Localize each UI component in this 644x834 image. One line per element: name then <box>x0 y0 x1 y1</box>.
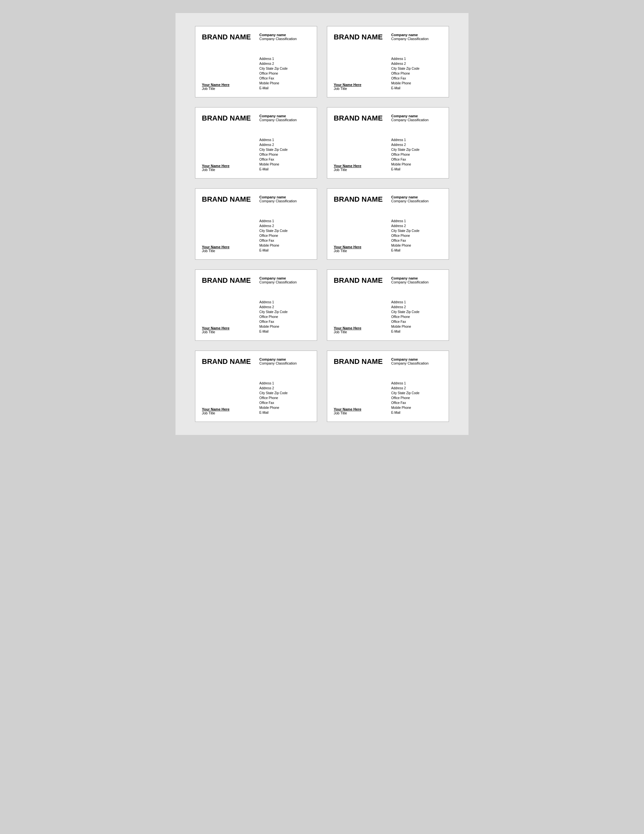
person-name: Your Name Here <box>334 326 388 330</box>
address2: Address 2 <box>260 386 311 391</box>
office-phone: Office Phone <box>391 71 442 76</box>
company-header: Company name Company Classification <box>256 114 311 122</box>
mobile-phone: Mobile Phone <box>260 162 311 167</box>
person-info: Your Name Here Job Title <box>202 157 256 172</box>
contact-info: Address 1 Address 2 City State Zip Code … <box>388 381 442 415</box>
job-title: Job Title <box>202 168 256 172</box>
office-phone: Office Phone <box>391 314 442 319</box>
mobile-phone: Mobile Phone <box>260 243 311 248</box>
address2: Address 2 <box>391 305 442 309</box>
spacer <box>334 205 442 218</box>
email: E-Mail <box>260 329 311 334</box>
business-card: BRAND NAME Company name Company Classifi… <box>195 351 317 422</box>
address2: Address 2 <box>391 223 442 228</box>
office-fax: Office Fax <box>391 319 442 324</box>
business-card: BRAND NAME Company name Company Classifi… <box>327 270 449 341</box>
city-state-zip: City State Zip Code <box>391 147 442 152</box>
spacer <box>334 368 442 381</box>
company-name: Company name <box>260 276 311 280</box>
mobile-phone: Mobile Phone <box>391 405 442 410</box>
address2: Address 2 <box>391 61 442 66</box>
person-info: Your Name Here Job Title <box>334 320 388 334</box>
office-fax: Office Fax <box>391 238 442 243</box>
office-phone: Office Phone <box>260 152 311 157</box>
company-name: Company name <box>260 357 311 361</box>
job-title: Job Title <box>334 87 388 91</box>
brand-name: BRAND NAME <box>334 195 388 205</box>
office-fax: Office Fax <box>260 319 311 324</box>
email: E-Mail <box>260 410 311 415</box>
email: E-Mail <box>260 167 311 172</box>
person-info: Your Name Here Job Title <box>334 238 388 253</box>
email: E-Mail <box>260 248 311 253</box>
mobile-phone: Mobile Phone <box>260 81 311 86</box>
person-name: Your Name Here <box>202 407 256 411</box>
person-info: Your Name Here Job Title <box>334 401 388 415</box>
mobile-phone: Mobile Phone <box>391 81 442 86</box>
city-state-zip: City State Zip Code <box>391 66 442 71</box>
brand-name: BRAND NAME <box>202 357 256 368</box>
company-header: Company name Company Classification <box>256 357 311 365</box>
address1: Address 1 <box>391 57 442 61</box>
address2: Address 2 <box>260 305 311 309</box>
city-state-zip: City State Zip Code <box>260 228 311 233</box>
office-fax: Office Fax <box>260 238 311 243</box>
job-title: Job Title <box>334 411 388 415</box>
address1: Address 1 <box>260 137 311 142</box>
company-classification: Company Classification <box>391 118 442 122</box>
email: E-Mail <box>391 248 442 253</box>
company-classification: Company Classification <box>391 199 442 203</box>
person-info: Your Name Here Job Title <box>334 76 388 91</box>
company-name: Company name <box>391 33 442 37</box>
address2: Address 2 <box>260 142 311 147</box>
mobile-phone: Mobile Phone <box>260 405 311 410</box>
address1: Address 1 <box>391 218 442 223</box>
office-phone: Office Phone <box>260 233 311 238</box>
company-classification: Company Classification <box>391 37 442 41</box>
email: E-Mail <box>260 86 311 91</box>
person-name: Your Name Here <box>334 164 388 168</box>
address1: Address 1 <box>391 300 442 305</box>
address1: Address 1 <box>260 300 311 305</box>
company-name: Company name <box>391 276 442 280</box>
address1: Address 1 <box>391 137 442 142</box>
company-header: Company name Company Classification <box>388 33 442 41</box>
address1: Address 1 <box>260 57 311 61</box>
person-name: Your Name Here <box>334 407 388 411</box>
company-classification: Company Classification <box>391 361 442 365</box>
spacer <box>202 287 310 300</box>
brand-name: BRAND NAME <box>202 195 256 205</box>
person-info: Your Name Here Job Title <box>334 157 388 172</box>
job-title: Job Title <box>202 87 256 91</box>
person-info: Your Name Here Job Title <box>202 401 256 415</box>
business-card: BRAND NAME Company name Company Classifi… <box>327 188 449 260</box>
business-card: BRAND NAME Company name Company Classifi… <box>327 107 449 179</box>
contact-info: Address 1 Address 2 City State Zip Code … <box>388 137 442 172</box>
office-fax: Office Fax <box>391 76 442 81</box>
brand-name: BRAND NAME <box>202 33 256 43</box>
mobile-phone: Mobile Phone <box>391 243 442 248</box>
address1: Address 1 <box>391 381 442 386</box>
contact-info: Address 1 Address 2 City State Zip Code … <box>256 137 311 172</box>
mobile-phone: Mobile Phone <box>391 162 442 167</box>
contact-info: Address 1 Address 2 City State Zip Code … <box>388 300 442 334</box>
email: E-Mail <box>391 86 442 91</box>
person-name: Your Name Here <box>334 245 388 249</box>
business-card: BRAND NAME Company name Company Classifi… <box>327 26 449 97</box>
business-card: BRAND NAME Company name Company Classifi… <box>195 188 317 260</box>
company-header: Company name Company Classification <box>388 195 442 203</box>
person-name: Your Name Here <box>202 326 256 330</box>
contact-info: Address 1 Address 2 City State Zip Code … <box>388 218 442 253</box>
company-header: Company name Company Classification <box>388 276 442 284</box>
office-phone: Office Phone <box>391 233 442 238</box>
job-title: Job Title <box>334 330 388 334</box>
office-phone: Office Phone <box>260 314 311 319</box>
company-classification: Company Classification <box>260 361 311 365</box>
mobile-phone: Mobile Phone <box>391 324 442 329</box>
business-card: BRAND NAME Company name Company Classifi… <box>195 270 317 341</box>
city-state-zip: City State Zip Code <box>260 147 311 152</box>
business-card: BRAND NAME Company name Company Classifi… <box>195 26 317 97</box>
person-info: Your Name Here Job Title <box>202 320 256 334</box>
city-state-zip: City State Zip Code <box>260 391 311 396</box>
person-name: Your Name Here <box>202 83 256 87</box>
